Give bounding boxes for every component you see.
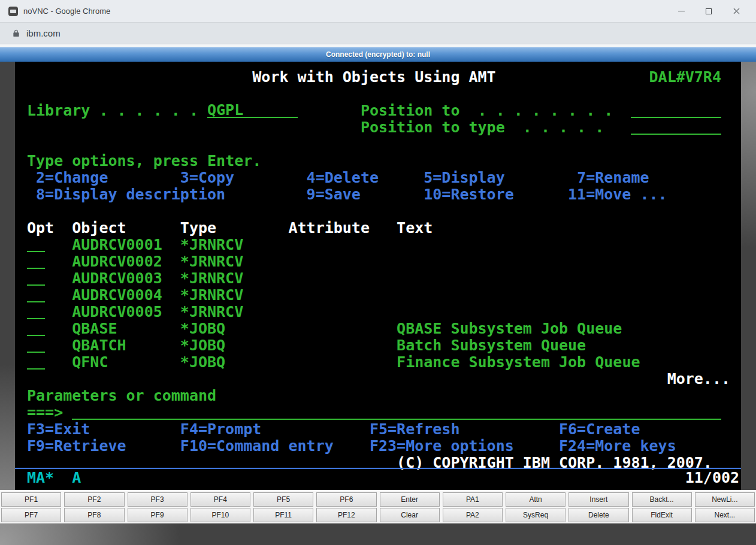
column-header: Opt bbox=[27, 220, 54, 237]
library-field[interactable]: QGPL bbox=[207, 102, 298, 118]
library-label: Library . . . . . . bbox=[27, 102, 198, 119]
option-label: 3=Copy bbox=[180, 169, 234, 186]
opt-input[interactable] bbox=[27, 237, 45, 252]
address-bar[interactable]: ibm.com bbox=[0, 23, 756, 44]
object-text: Finance Subsystem Job Queue bbox=[397, 354, 640, 371]
key-pf10[interactable]: PF10 bbox=[190, 508, 250, 522]
status-keyboard-state: MA* bbox=[27, 470, 54, 486]
key-backt[interactable]: Backt... bbox=[632, 492, 692, 507]
terminal-screen[interactable]: Work with Objects Using AMT DAL#V7R4 Lib… bbox=[15, 62, 741, 490]
keyboard-row-2: PF7PF8PF9PF10PF11PF12ClearPA2SysReqDelet… bbox=[1, 508, 755, 522]
object-row: AUDRCV0004*JRNRCV bbox=[27, 287, 735, 304]
option-label: 11=Move ... bbox=[568, 186, 667, 203]
object-text: QBASE Subsystem Job Queue bbox=[397, 320, 622, 337]
key-pf8[interactable]: PF8 bbox=[64, 508, 124, 522]
object-text: Batch Subsystem Queue bbox=[397, 337, 586, 354]
key-pa1[interactable]: PA1 bbox=[443, 492, 503, 507]
key-pf9[interactable]: PF9 bbox=[128, 508, 188, 522]
screen-title: Work with Objects Using AMT bbox=[252, 69, 495, 86]
command-label: Parameters or command bbox=[27, 387, 216, 404]
option-label: 8=Display description bbox=[36, 186, 225, 203]
fkeys-row-2: F9=RetrieveF10=Command entryF23=More opt… bbox=[27, 438, 735, 455]
fkey-label: F3=Exit bbox=[27, 421, 90, 438]
fkey-label: F24=More keys bbox=[559, 438, 676, 455]
opt-input[interactable] bbox=[27, 354, 45, 370]
key-delete[interactable]: Delete bbox=[568, 508, 628, 522]
object-type: *JRNRCV bbox=[180, 253, 243, 270]
key-pf12[interactable]: PF12 bbox=[316, 508, 376, 522]
key-insert[interactable]: Insert bbox=[568, 492, 628, 507]
key-pf1[interactable]: PF1 bbox=[1, 492, 61, 507]
object-name: AUDRCV0005 bbox=[72, 304, 162, 320]
object-type: *JRNRCV bbox=[180, 237, 243, 253]
option-label: 10=Restore bbox=[424, 186, 514, 203]
key-clear[interactable]: Clear bbox=[380, 508, 440, 522]
command-label-line: Parameters or command bbox=[27, 387, 735, 404]
option-label: 5=Display bbox=[424, 169, 504, 186]
window-controls bbox=[667, 0, 750, 22]
options-prompt-line: Type options, press Enter. bbox=[27, 153, 735, 169]
position-to-type-label: Position to type . . . . . bbox=[361, 119, 604, 136]
key-pa2[interactable]: PA2 bbox=[443, 508, 503, 522]
object-type: *JRNRCV bbox=[180, 287, 243, 304]
object-name: AUDRCV0001 bbox=[72, 237, 162, 253]
opt-input[interactable] bbox=[27, 253, 45, 269]
object-row: AUDRCV0003*JRNRCV bbox=[27, 270, 735, 287]
url-text: ibm.com bbox=[26, 28, 61, 38]
vnc-status-bar: Connected (encrypted) to: null bbox=[0, 47, 756, 62]
app-icon bbox=[8, 7, 18, 16]
key-attn[interactable]: Attn bbox=[506, 492, 566, 507]
object-type: *JRNRCV bbox=[180, 270, 243, 287]
opt-input[interactable] bbox=[27, 270, 45, 286]
key-pf5[interactable]: PF5 bbox=[253, 492, 313, 507]
fkey-label: F6=Create bbox=[559, 421, 640, 438]
opt-input[interactable] bbox=[27, 304, 45, 319]
fkey-label: F5=Refresh bbox=[370, 421, 460, 438]
column-header: Type bbox=[180, 220, 216, 237]
key-fldexit[interactable]: FldExit bbox=[632, 508, 692, 522]
key-newli[interactable]: NewLi... bbox=[695, 492, 755, 507]
command-input[interactable] bbox=[72, 404, 721, 420]
key-enter[interactable]: Enter bbox=[380, 492, 440, 507]
position-to-type-field[interactable] bbox=[631, 119, 721, 135]
status-separator bbox=[15, 468, 741, 469]
key-sysreq[interactable]: SysReq bbox=[506, 508, 566, 522]
object-row: QBASE*JOBQQBASE Subsystem Job Queue bbox=[27, 320, 735, 337]
maximize-button[interactable] bbox=[695, 0, 722, 22]
options-row-2: 8=Display description9=Save10=Restore11=… bbox=[27, 186, 735, 203]
virtual-keyboard: PF1PF2PF3PF4PF5PF6EnterPA1AttnInsertBack… bbox=[0, 490, 756, 523]
key-pf4[interactable]: PF4 bbox=[190, 492, 250, 507]
object-row: AUDRCV0001*JRNRCV bbox=[27, 237, 735, 253]
fkey-label: F10=Command entry bbox=[180, 438, 334, 455]
opt-input[interactable] bbox=[27, 287, 45, 302]
key-pf3[interactable]: PF3 bbox=[128, 492, 188, 507]
fkeys-row-1: F3=ExitF4=PromptF5=RefreshF6=Create bbox=[27, 421, 735, 438]
fkey-label: F9=Retrieve bbox=[27, 438, 126, 455]
position-type-line: Position to type . . . . . bbox=[27, 119, 735, 136]
option-label: 4=Delete bbox=[307, 169, 379, 186]
key-next[interactable]: Next... bbox=[695, 508, 755, 522]
close-icon bbox=[733, 7, 740, 15]
key-pf2[interactable]: PF2 bbox=[64, 492, 124, 507]
object-type: *JRNRCV bbox=[180, 304, 243, 320]
options-row-1: 2=Change3=Copy4=Delete5=Display7=Rename bbox=[27, 169, 735, 186]
close-button[interactable] bbox=[722, 0, 750, 22]
minimize-button[interactable] bbox=[667, 0, 695, 22]
options-prompt: Type options, press Enter. bbox=[27, 153, 261, 169]
fkey-label: F23=More options bbox=[370, 438, 514, 455]
browser-window: noVNC - Google Chrome ibm.com Connected … bbox=[0, 0, 756, 545]
status-cursor-position: 11/002 bbox=[685, 470, 739, 486]
system-id: DAL#V7R4 bbox=[649, 69, 721, 86]
object-type: *JOBQ bbox=[180, 354, 225, 371]
object-row: AUDRCV0002*JRNRCV bbox=[27, 253, 735, 270]
keyboard-row-1: PF1PF2PF3PF4PF5PF6EnterPA1AttnInsertBack… bbox=[1, 492, 755, 507]
option-label: 9=Save bbox=[307, 186, 361, 203]
library-line: Library . . . . . . QGPL Position to . .… bbox=[27, 102, 735, 119]
key-pf7[interactable]: PF7 bbox=[1, 508, 61, 522]
key-pf11[interactable]: PF11 bbox=[253, 508, 313, 522]
position-to-field[interactable] bbox=[631, 102, 721, 118]
opt-input[interactable] bbox=[27, 337, 45, 353]
opt-input[interactable] bbox=[27, 320, 45, 336]
key-pf6[interactable]: PF6 bbox=[316, 492, 376, 507]
object-row: QFNC*JOBQFinance Subsystem Job Queue bbox=[27, 354, 735, 371]
